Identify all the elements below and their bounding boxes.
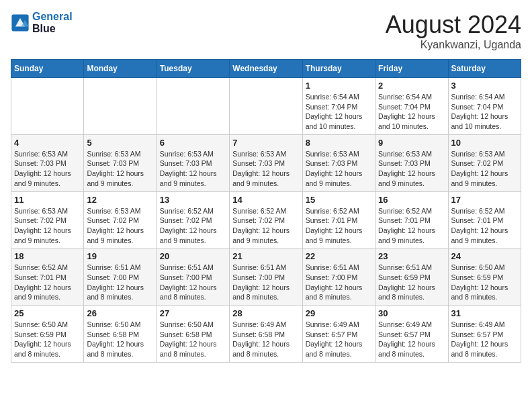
calendar-cell: 4Sunrise: 6:53 AM Sunset: 7:03 PM Daylig… [11, 134, 84, 191]
day-info: Sunrise: 6:52 AM Sunset: 7:02 PM Dayligh… [160, 206, 226, 246]
calendar-week-row: 18Sunrise: 6:52 AM Sunset: 7:01 PM Dayli… [11, 248, 521, 306]
weekday-header-saturday: Saturday [448, 60, 521, 78]
day-info: Sunrise: 6:51 AM Sunset: 6:59 PM Dayligh… [378, 263, 445, 302]
calendar-cell: 20Sunrise: 6:51 AM Sunset: 7:00 PM Dayli… [157, 248, 229, 306]
calendar-cell [230, 78, 302, 135]
day-number: 1 [306, 81, 372, 91]
calendar-cell: 10Sunrise: 6:53 AM Sunset: 7:02 PM Dayli… [448, 134, 521, 191]
calendar-cell: 18Sunrise: 6:52 AM Sunset: 7:01 PM Dayli… [11, 248, 84, 306]
calendar-table: SundayMondayTuesdayWednesdayThursdayFrid… [11, 59, 521, 363]
calendar-cell: 6Sunrise: 6:53 AM Sunset: 7:03 PM Daylig… [157, 134, 229, 191]
day-info: Sunrise: 6:49 AM Sunset: 6:58 PM Dayligh… [232, 320, 299, 359]
calendar-cell: 8Sunrise: 6:53 AM Sunset: 7:03 PM Daylig… [302, 134, 375, 191]
day-number: 24 [451, 251, 518, 261]
day-number: 6 [160, 138, 226, 148]
calendar-cell: 27Sunrise: 6:50 AM Sunset: 6:58 PM Dayli… [157, 306, 229, 363]
calendar-cell: 3Sunrise: 6:54 AM Sunset: 7:04 PM Daylig… [448, 78, 521, 135]
calendar-cell: 29Sunrise: 6:49 AM Sunset: 6:57 PM Dayli… [302, 306, 375, 363]
calendar-cell: 26Sunrise: 6:50 AM Sunset: 6:58 PM Dayli… [84, 306, 157, 363]
day-number: 9 [378, 138, 445, 148]
calendar-cell: 25Sunrise: 6:50 AM Sunset: 6:59 PM Dayli… [11, 306, 84, 363]
day-info: Sunrise: 6:51 AM Sunset: 7:00 PM Dayligh… [232, 263, 299, 302]
day-info: Sunrise: 6:53 AM Sunset: 7:02 PM Dayligh… [14, 206, 81, 246]
day-number: 28 [232, 308, 299, 318]
day-info: Sunrise: 6:49 AM Sunset: 6:57 PM Dayligh… [378, 320, 445, 359]
day-number: 27 [160, 308, 226, 318]
weekday-header-wednesday: Wednesday [230, 60, 302, 78]
calendar-week-row: 1Sunrise: 6:54 AM Sunset: 7:04 PM Daylig… [11, 78, 521, 135]
calendar-cell: 5Sunrise: 6:53 AM Sunset: 7:03 PM Daylig… [84, 134, 157, 191]
calendar-cell: 14Sunrise: 6:52 AM Sunset: 7:02 PM Dayli… [230, 191, 302, 248]
day-number: 2 [378, 81, 445, 91]
logo: General Blue [11, 11, 73, 34]
weekday-header-friday: Friday [375, 60, 448, 78]
page-header: General Blue August 2024 Kyankwanzi, Uga… [11, 11, 521, 51]
day-info: Sunrise: 6:52 AM Sunset: 7:01 PM Dayligh… [451, 206, 518, 246]
day-number: 22 [306, 251, 372, 261]
day-info: Sunrise: 6:54 AM Sunset: 7:04 PM Dayligh… [451, 92, 518, 132]
calendar-cell [84, 78, 157, 135]
day-number: 20 [160, 251, 226, 261]
weekday-header-thursday: Thursday [302, 60, 375, 78]
calendar-cell [157, 78, 229, 135]
day-number: 7 [232, 138, 299, 148]
calendar-cell: 7Sunrise: 6:53 AM Sunset: 7:03 PM Daylig… [230, 134, 302, 191]
day-info: Sunrise: 6:50 AM Sunset: 6:58 PM Dayligh… [160, 320, 226, 359]
day-info: Sunrise: 6:49 AM Sunset: 6:57 PM Dayligh… [451, 320, 518, 359]
calendar-cell: 1Sunrise: 6:54 AM Sunset: 7:04 PM Daylig… [302, 78, 375, 135]
calendar-cell: 17Sunrise: 6:52 AM Sunset: 7:01 PM Dayli… [448, 191, 521, 248]
day-info: Sunrise: 6:50 AM Sunset: 6:58 PM Dayligh… [87, 320, 153, 359]
calendar-cell: 30Sunrise: 6:49 AM Sunset: 6:57 PM Dayli… [375, 306, 448, 363]
day-number: 14 [232, 195, 299, 205]
logo-icon [11, 13, 30, 32]
weekday-header-tuesday: Tuesday [157, 60, 229, 78]
day-info: Sunrise: 6:53 AM Sunset: 7:03 PM Dayligh… [306, 149, 372, 189]
day-info: Sunrise: 6:54 AM Sunset: 7:04 PM Dayligh… [378, 92, 445, 132]
day-number: 5 [87, 138, 153, 148]
title-block: August 2024 Kyankwanzi, Uganda [386, 11, 521, 51]
calendar-cell: 15Sunrise: 6:52 AM Sunset: 7:01 PM Dayli… [302, 191, 375, 248]
logo-line1: General [32, 11, 73, 23]
day-info: Sunrise: 6:51 AM Sunset: 7:00 PM Dayligh… [306, 263, 372, 302]
day-info: Sunrise: 6:52 AM Sunset: 7:02 PM Dayligh… [232, 206, 299, 246]
day-number: 18 [14, 251, 81, 261]
calendar-header-row: SundayMondayTuesdayWednesdayThursdayFrid… [11, 60, 521, 78]
calendar-cell: 2Sunrise: 6:54 AM Sunset: 7:04 PM Daylig… [375, 78, 448, 135]
calendar-cell: 12Sunrise: 6:53 AM Sunset: 7:02 PM Dayli… [84, 191, 157, 248]
day-info: Sunrise: 6:52 AM Sunset: 7:01 PM Dayligh… [14, 263, 81, 302]
day-number: 17 [451, 195, 518, 205]
weekday-header-sunday: Sunday [11, 60, 84, 78]
day-number: 26 [87, 308, 153, 318]
day-info: Sunrise: 6:54 AM Sunset: 7:04 PM Dayligh… [306, 92, 372, 132]
calendar-week-row: 4Sunrise: 6:53 AM Sunset: 7:03 PM Daylig… [11, 134, 521, 191]
day-info: Sunrise: 6:49 AM Sunset: 6:57 PM Dayligh… [306, 320, 372, 359]
calendar-cell: 23Sunrise: 6:51 AM Sunset: 6:59 PM Dayli… [375, 248, 448, 306]
day-number: 21 [232, 251, 299, 261]
location-subtitle: Kyankwanzi, Uganda [386, 39, 521, 51]
day-number: 23 [378, 251, 445, 261]
day-number: 8 [306, 138, 372, 148]
day-info: Sunrise: 6:52 AM Sunset: 7:01 PM Dayligh… [378, 206, 445, 246]
month-year-title: August 2024 [386, 11, 521, 39]
day-number: 10 [451, 138, 518, 148]
day-info: Sunrise: 6:50 AM Sunset: 6:59 PM Dayligh… [14, 320, 81, 359]
calendar-cell: 24Sunrise: 6:50 AM Sunset: 6:59 PM Dayli… [448, 248, 521, 306]
calendar-cell: 9Sunrise: 6:53 AM Sunset: 7:03 PM Daylig… [375, 134, 448, 191]
day-number: 25 [14, 308, 81, 318]
day-number: 13 [160, 195, 226, 205]
calendar-cell: 28Sunrise: 6:49 AM Sunset: 6:58 PM Dayli… [230, 306, 302, 363]
day-info: Sunrise: 6:53 AM Sunset: 7:03 PM Dayligh… [232, 149, 299, 189]
calendar-cell: 16Sunrise: 6:52 AM Sunset: 7:01 PM Dayli… [375, 191, 448, 248]
day-info: Sunrise: 6:53 AM Sunset: 7:03 PM Dayligh… [160, 149, 226, 189]
calendar-cell: 22Sunrise: 6:51 AM Sunset: 7:00 PM Dayli… [302, 248, 375, 306]
calendar-cell: 31Sunrise: 6:49 AM Sunset: 6:57 PM Dayli… [448, 306, 521, 363]
day-info: Sunrise: 6:53 AM Sunset: 7:03 PM Dayligh… [14, 149, 81, 189]
day-info: Sunrise: 6:51 AM Sunset: 7:00 PM Dayligh… [87, 263, 153, 302]
day-info: Sunrise: 6:51 AM Sunset: 7:00 PM Dayligh… [160, 263, 226, 302]
calendar-cell: 21Sunrise: 6:51 AM Sunset: 7:00 PM Dayli… [230, 248, 302, 306]
logo-line2: Blue [32, 23, 73, 35]
day-number: 29 [306, 308, 372, 318]
calendar-week-row: 11Sunrise: 6:53 AM Sunset: 7:02 PM Dayli… [11, 191, 521, 248]
day-number: 12 [87, 195, 153, 205]
day-number: 11 [14, 195, 81, 205]
